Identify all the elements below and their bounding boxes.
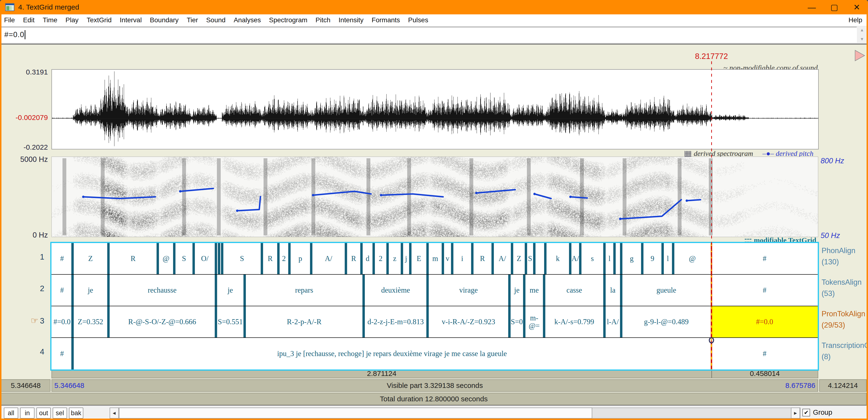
tier-boundary[interactable] xyxy=(641,243,644,274)
interval[interactable]: S=0.551 xyxy=(216,306,245,337)
tier-boundary[interactable] xyxy=(603,275,606,306)
interval[interactable]: A/ xyxy=(493,243,512,274)
tier-boundary[interactable] xyxy=(569,243,571,274)
interval[interactable]: je xyxy=(216,275,245,306)
interval[interactable]: O/ xyxy=(194,243,216,274)
zoom-all-button[interactable]: all xyxy=(4,408,18,419)
textgrid-area[interactable]: #ZR@SO/SR2pA/Rd2zjEmviRA/ZSkA/slg9l@##je… xyxy=(50,242,819,371)
interval[interactable]: la xyxy=(604,275,621,306)
tier-boundary[interactable] xyxy=(426,306,429,337)
interval[interactable]: S xyxy=(174,243,194,274)
interval[interactable]: # xyxy=(711,275,818,306)
tier-label-TranscriptionC[interactable]: TranscriptionC(8) xyxy=(822,340,868,362)
tier-label-PhonAlign[interactable]: PhonAlign(130) xyxy=(822,245,855,267)
scroll-down-icon[interactable]: ▼ xyxy=(860,37,864,42)
tier-boundary[interactable] xyxy=(310,243,312,274)
interval[interactable]: R xyxy=(472,243,493,274)
interval[interactable]: d xyxy=(362,243,374,274)
tier-label-PronTokAlign[interactable]: PronTokAlign(29/53) xyxy=(822,308,865,331)
interval[interactable]: m xyxy=(428,243,443,274)
interval[interactable]: A/ xyxy=(570,243,580,274)
tier-boundary[interactable] xyxy=(71,243,74,274)
waveform[interactable] xyxy=(52,70,818,149)
tier-boundary[interactable] xyxy=(603,306,606,337)
tier-boundary[interactable] xyxy=(386,243,389,274)
interval[interactable]: d-2-z-j-E-m=0.813 xyxy=(364,306,428,337)
visible-part-label[interactable]: Visible part 3.329138 seconds xyxy=(84,382,785,390)
tier-boundary[interactable] xyxy=(215,275,217,306)
menu-textgrid[interactable]: TextGrid xyxy=(83,16,116,24)
tier-row-PronTokAlign[interactable]: #=0.0Z=0.352R-@-S-O/-Z-@=0.666S=0.551R-2… xyxy=(52,306,818,338)
waveform-panel[interactable] xyxy=(52,69,819,149)
interval[interactable]: m-@= xyxy=(524,306,544,337)
interval[interactable]: 9 xyxy=(642,243,662,274)
spectrogram-panel[interactable] xyxy=(52,157,818,237)
interval[interactable]: S=0 xyxy=(509,306,524,337)
menu-edit[interactable]: Edit xyxy=(19,16,38,24)
tier-boundary[interactable] xyxy=(192,243,195,274)
interval[interactable]: # xyxy=(711,243,818,274)
tier-boundary[interactable] xyxy=(579,243,582,274)
tier-boundary[interactable] xyxy=(523,306,525,337)
tier-boundary[interactable] xyxy=(401,243,403,274)
tier-boundary[interactable] xyxy=(244,275,246,306)
menu-tier[interactable]: Tier xyxy=(183,16,202,24)
tier-boundary[interactable] xyxy=(661,243,664,274)
tier-boundary[interactable] xyxy=(363,306,365,337)
tier-boundary[interactable] xyxy=(620,243,622,274)
tier-boundary[interactable] xyxy=(71,338,74,369)
boundary-handle[interactable] xyxy=(709,337,714,343)
menu-file[interactable]: File xyxy=(0,16,19,24)
spectrogram[interactable] xyxy=(52,157,818,237)
tier-boundary[interactable] xyxy=(71,275,74,306)
tier-boundary[interactable] xyxy=(620,306,622,337)
tier-boundary[interactable] xyxy=(107,243,110,274)
close-button[interactable]: ✕ xyxy=(845,0,868,14)
tier-boundary[interactable] xyxy=(107,275,110,306)
menu-help[interactable]: Help xyxy=(843,16,868,24)
interval[interactable]: me xyxy=(524,275,544,306)
tier-number-1[interactable]: 1 xyxy=(25,252,44,262)
zoom-out-button[interactable]: out xyxy=(36,408,51,419)
interval[interactable]: je xyxy=(509,275,524,306)
tier-boundary[interactable] xyxy=(345,243,347,274)
tier-boundary[interactable] xyxy=(508,275,510,306)
interval[interactable]: je xyxy=(72,275,108,306)
visible-part-bar[interactable]: 5.346648 Visible part 3.329138 seconds 8… xyxy=(52,379,818,392)
cursor-line[interactable] xyxy=(711,61,712,369)
tier-row-TranscriptionC[interactable]: #ipu_3 je [rechausse, rechoge] je repars… xyxy=(52,338,818,369)
tier-boundary[interactable] xyxy=(525,243,527,274)
tier-boundary[interactable] xyxy=(426,275,429,306)
tier-boundary[interactable] xyxy=(426,243,429,274)
tier-boundary[interactable] xyxy=(288,243,290,274)
scroll-up-icon[interactable]: ▲ xyxy=(860,28,864,33)
tier-boundary[interactable] xyxy=(107,306,110,337)
interval[interactable]: E xyxy=(410,243,428,274)
menu-sound[interactable]: Sound xyxy=(202,16,229,24)
interval[interactable]: # xyxy=(711,338,818,369)
interval[interactable]: g-9-l-@=0.489 xyxy=(621,306,711,337)
tier-boundary[interactable] xyxy=(277,243,280,274)
tier-boundary[interactable] xyxy=(603,243,606,274)
interval[interactable]: # xyxy=(52,338,72,369)
interval[interactable]: ipu_3 je [rechausse, rechoge] je repars … xyxy=(72,338,711,369)
interval[interactable]: #=0.0 xyxy=(52,306,72,337)
menu-pulses[interactable]: Pulses xyxy=(404,16,432,24)
group-control[interactable]: ✔ Group xyxy=(802,409,832,416)
interval[interactable]: R-2-p-A/-R xyxy=(245,306,364,337)
tier-boundary[interactable] xyxy=(244,306,246,337)
tier-boundary[interactable] xyxy=(261,243,263,274)
zoom-bak-button[interactable]: bak xyxy=(69,408,83,419)
interval[interactable]: l xyxy=(604,243,615,274)
interval[interactable]: k xyxy=(545,243,570,274)
menu-play[interactable]: Play xyxy=(62,16,83,24)
interval[interactable]: R-@-S-O/-Z-@=0.666 xyxy=(108,306,216,337)
tier-number-4[interactable]: 4 xyxy=(25,347,44,356)
interval[interactable]: l xyxy=(662,243,673,274)
tier-boundary[interactable] xyxy=(544,243,547,274)
tier-boundary[interactable] xyxy=(215,243,217,274)
interval[interactable] xyxy=(534,243,545,274)
zoom-in-button[interactable]: in xyxy=(20,408,34,419)
interval[interactable]: l-A/ xyxy=(604,306,621,337)
interval[interactable]: repars xyxy=(245,275,364,306)
